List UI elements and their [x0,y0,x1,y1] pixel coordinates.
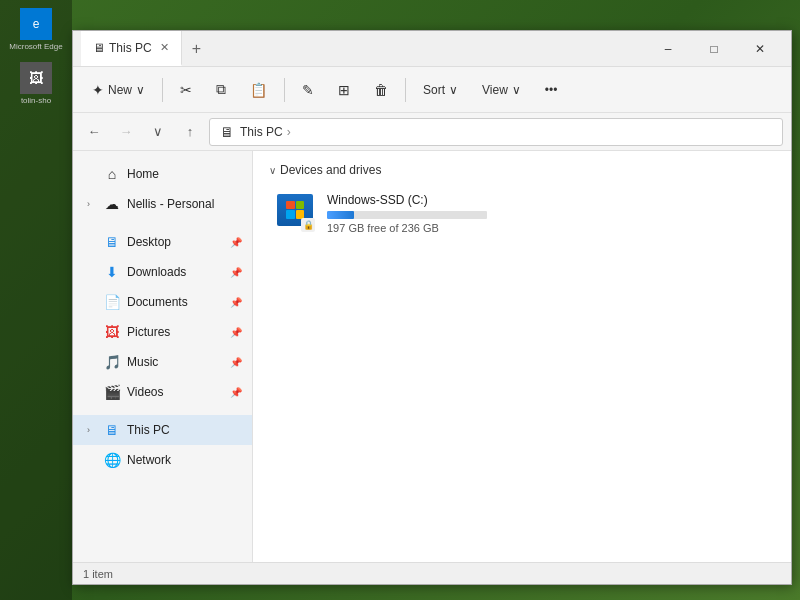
network-icon: 🌐 [103,452,121,468]
maximize-button[interactable]: □ [691,31,737,67]
collapse-arrow[interactable]: ∨ [269,165,276,176]
address-bar: ← → ∨ ↑ 🖥 This PC › [73,113,791,151]
tab-bar: 🖥 This PC ✕ + [81,31,211,66]
sort-label: Sort [423,83,445,97]
sidebar-gap [73,219,252,227]
taskbar-photos-icon[interactable]: 🖼 tolin-sho [6,58,66,108]
sidebar-item-music[interactable]: 🎵 Music 📌 [73,347,252,377]
win-logo-green [296,201,305,210]
view-label: View [482,83,508,97]
pin-icon: 📌 [230,297,242,308]
new-tab-button[interactable]: + [182,40,211,58]
new-label: New [108,83,132,97]
pin-icon: 📌 [230,327,242,338]
paste-button[interactable]: 📋 [239,73,278,107]
up-button[interactable]: ↑ [177,119,203,145]
sidebar-item-label: Music [127,355,224,369]
content-panel: ∨ Devices and drives 🔒 [253,151,791,562]
sidebar-item-network[interactable]: 🌐 Network [73,445,252,475]
toolbar-sep-2 [284,78,285,102]
view-button[interactable]: View ∨ [471,73,532,107]
sidebar-item-downloads[interactable]: ⬇ Downloads 📌 [73,257,252,287]
minimize-button[interactable]: – [645,31,691,67]
sidebar-item-label: Network [127,453,242,467]
drive-item-c[interactable]: 🔒 Windows-SSD (C:) 197 GB free of 236 GB [269,187,775,240]
tab-icon: 🖥 [93,41,105,55]
explorer-window: 🖥 This PC ✕ + – □ ✕ ✦ New ∨ ✂ ⧉ 📋 [72,30,792,585]
sidebar-item-label: Desktop [127,235,224,249]
cloud-icon: ☁ [103,196,121,212]
expand-arrow: › [87,425,97,435]
paste-icon: 📋 [250,82,267,98]
taskbar-edge-icon[interactable]: e Microsoft Edge [6,4,66,54]
pictures-icon: 🖼 [103,324,121,340]
sidebar-item-nellis[interactable]: › ☁ Nellis - Personal [73,189,252,219]
dropdown-button[interactable]: ∨ [145,119,171,145]
drive-space-label: 197 GB free of 236 GB [327,222,767,234]
tab-close-button[interactable]: ✕ [160,41,169,54]
drive-info: Windows-SSD (C:) 197 GB free of 236 GB [327,193,767,234]
sidebar-item-videos[interactable]: 🎬 Videos 📌 [73,377,252,407]
pin-icon: 📌 [230,237,242,248]
drive-icon-wrapper: 🔒 [277,194,317,234]
copy-icon: ⧉ [216,81,226,98]
rename-icon: ✎ [302,82,314,98]
sort-dropdown-icon: ∨ [449,83,458,97]
rename-button[interactable]: ✎ [291,73,325,107]
sidebar-item-label: Home [127,167,242,181]
status-bar: 1 item [73,562,791,584]
drive-lock-icon: 🔒 [301,218,315,232]
more-icon: ••• [545,83,558,97]
sidebar-item-label: Pictures [127,325,224,339]
documents-icon: 📄 [103,294,121,310]
cut-icon: ✂ [180,82,192,98]
pin-icon: 📌 [230,267,242,278]
new-button[interactable]: ✦ New ∨ [81,73,156,107]
pin-icon: 📌 [230,387,242,398]
window-controls: – □ ✕ [645,31,783,67]
new-icon: ✦ [92,82,104,98]
cut-button[interactable]: ✂ [169,73,203,107]
tab-this-pc[interactable]: 🖥 This PC ✕ [81,31,182,66]
videos-icon: 🎬 [103,384,121,400]
view-dropdown-icon: ∨ [512,83,521,97]
breadcrumb-separator: › [287,125,291,139]
section-label: Devices and drives [280,163,381,177]
address-input[interactable]: 🖥 This PC › [209,118,783,146]
sidebar-item-pictures[interactable]: 🖼 Pictures 📌 [73,317,252,347]
sidebar-item-this-pc[interactable]: › 🖥 This PC [73,415,252,445]
this-pc-icon: 🖥 [103,422,121,438]
breadcrumb-icon: 🖥 [220,124,234,140]
toolbar: ✦ New ∨ ✂ ⧉ 📋 ✎ ⊞ 🗑 Sort ∨ View [73,67,791,113]
new-dropdown-icon: ∨ [136,83,145,97]
back-button[interactable]: ← [81,119,107,145]
sidebar-item-home[interactable]: ⌂ Home [73,159,252,189]
share-button[interactable]: ⊞ [327,73,361,107]
music-icon: 🎵 [103,354,121,370]
toolbar-sep-3 [405,78,406,102]
sidebar-item-desktop[interactable]: 🖥 Desktop 📌 [73,227,252,257]
desktop-icon: 🖥 [103,234,121,250]
copy-button[interactable]: ⧉ [205,73,237,107]
more-button[interactable]: ••• [534,73,569,107]
section-header: ∨ Devices and drives [269,163,775,177]
status-text: 1 item [83,568,113,580]
sidebar-item-label: Downloads [127,265,224,279]
win-logo-red [286,201,295,210]
sidebar-item-documents[interactable]: 📄 Documents 📌 [73,287,252,317]
delete-button[interactable]: 🗑 [363,73,399,107]
main-content: ⌂ Home › ☁ Nellis - Personal 🖥 Desktop 📌… [73,151,791,562]
expand-arrow: › [87,199,97,209]
close-button[interactable]: ✕ [737,31,783,67]
drive-name: Windows-SSD (C:) [327,193,767,207]
tab-label: This PC [109,41,152,55]
sort-button[interactable]: Sort ∨ [412,73,469,107]
drive-bar-fill [327,211,354,219]
sidebar-gap-2 [73,407,252,415]
pin-icon: 📌 [230,357,242,368]
forward-button[interactable]: → [113,119,139,145]
breadcrumb-path: This PC [240,125,283,139]
drive-bar-wrapper [327,211,487,219]
share-icon: ⊞ [338,82,350,98]
sidebar: ⌂ Home › ☁ Nellis - Personal 🖥 Desktop 📌… [73,151,253,562]
